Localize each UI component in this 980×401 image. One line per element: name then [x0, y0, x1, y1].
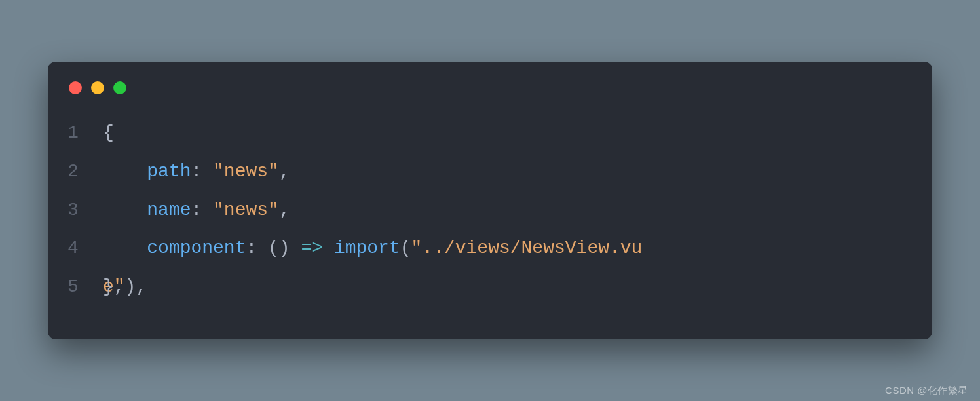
code-line: 5e"),}, [67, 268, 913, 307]
token: "news" [213, 200, 279, 220]
code-line: 2 path: "news", [67, 153, 913, 191]
code-line: 3 name: "news", [67, 191, 913, 230]
zoom-icon[interactable] [113, 81, 126, 94]
close-icon[interactable] [69, 81, 82, 94]
line-number: 3 [67, 191, 103, 230]
token: path [147, 161, 191, 181]
line-content: component: () => import("../views/NewsVi… [103, 229, 913, 268]
token: : [191, 161, 213, 181]
token: { [103, 123, 114, 143]
code-block: 1{2 path: "news",3 name: "news",4 compon… [67, 114, 913, 307]
token: , [279, 161, 290, 181]
line-content: name: "news", [103, 191, 913, 230]
token: "news" [213, 161, 279, 181]
window-titlebar [67, 77, 913, 114]
code-window: 1{2 path: "news",3 name: "news",4 compon… [48, 62, 932, 339]
token: : [191, 200, 213, 220]
line-number: 2 [67, 153, 103, 191]
token: name [147, 200, 191, 220]
token: => [301, 238, 323, 258]
line-content: e"),}, [103, 268, 913, 307]
token: import [334, 238, 400, 258]
line-content: { [103, 114, 913, 153]
token: component [147, 238, 246, 258]
line-content: path: "news", [103, 153, 913, 191]
token [103, 238, 147, 258]
token [103, 161, 147, 181]
line-number: 5 [67, 268, 103, 307]
minimize-icon[interactable] [91, 81, 104, 94]
token: "../views/NewsView.vu [411, 238, 643, 258]
token: ( [400, 238, 411, 258]
token [103, 200, 147, 220]
token [323, 238, 334, 258]
code-line: 4 component: () => import("../views/News… [67, 229, 913, 268]
token: : () [246, 238, 301, 258]
watermark-text: CSDN @化作繁星 [885, 385, 968, 397]
overlay-brace: }, [103, 268, 125, 307]
line-number: 1 [67, 114, 103, 153]
line-number: 4 [67, 229, 103, 268]
code-line: 1{ [67, 114, 913, 153]
token: ), [125, 277, 147, 297]
token: , [279, 200, 290, 220]
